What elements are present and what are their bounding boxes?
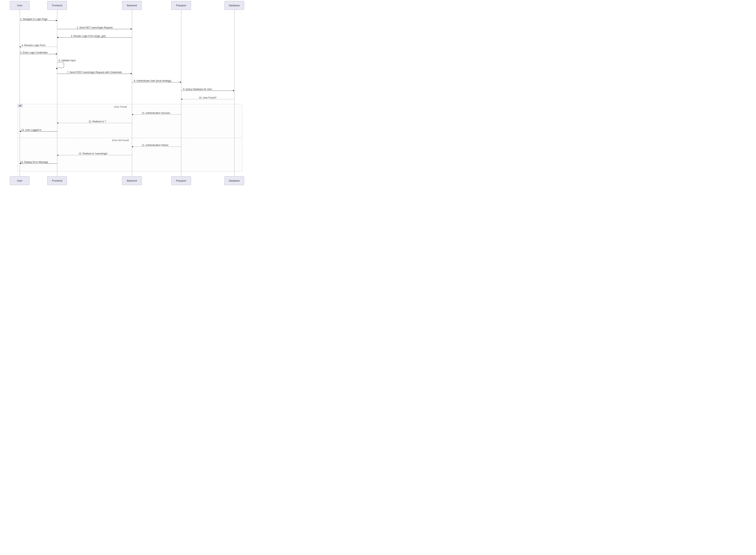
label-m11b: 11. Authentication Failure	[142, 144, 168, 146]
self-arrowhead-m6	[56, 68, 57, 69]
alt-label: alt	[18, 104, 23, 107]
alt-divider	[18, 138, 242, 138]
arrow-m8	[132, 82, 181, 82]
actor-user-top: User	[10, 1, 30, 10]
self-arrow-m6	[57, 62, 64, 68]
actor-frontend-bottom: Frontend	[47, 176, 67, 185]
label-m5: 5. Enter Login Credentials	[20, 51, 48, 54]
arrow-m11b	[132, 146, 181, 147]
actor-backend-bottom: Backend	[122, 176, 142, 185]
condition-user-found: [User Found]	[114, 105, 127, 108]
actor-user-bottom: User	[10, 176, 30, 185]
label-m2: 2. Send GET /users/login Request	[77, 26, 113, 29]
label-m7: 7. Send POST /users/login Request with C…	[67, 71, 122, 74]
label-m10: 10. User Found?	[199, 96, 216, 99]
alt-box	[18, 104, 242, 171]
arrow-m1	[20, 20, 57, 21]
arrow-m13a	[20, 131, 57, 132]
arrow-m12b	[57, 155, 132, 155]
label-m8: 8. Authenticate User (local strategy)	[134, 79, 171, 82]
label-m9: 9. Query Database for User	[183, 88, 212, 91]
label-m12b: 12. Redirect to '/users/login'	[79, 152, 108, 155]
actor-frontend-top: Frontend	[47, 1, 67, 10]
label-m6: 6. Validate Input	[59, 59, 76, 62]
actor-backend-top: Backend	[122, 1, 142, 10]
arrow-m3	[57, 37, 132, 38]
actor-database-top: Database	[224, 1, 244, 10]
label-m1: 1. Navigate to Login Page	[20, 18, 47, 20]
label-m11a: 11. Authentication Success	[142, 112, 170, 115]
label-m13a: 13. User Logged In	[21, 129, 41, 131]
condition-user-not-found: [User Not Found]	[112, 139, 129, 141]
label-m4: 4. Receive Login Form	[21, 44, 45, 47]
label-m13b: 13. Display Error Message	[20, 161, 48, 164]
actor-passport-bottom: Passport	[171, 176, 191, 185]
arrow-m7	[57, 74, 132, 74]
actor-passport-top: Passport	[171, 1, 191, 10]
arrow-m2	[57, 29, 132, 29]
label-m3: 3. Render Login Form (login_get)	[71, 35, 106, 37]
actor-database-bottom: Database	[224, 176, 244, 185]
label-m12a: 12. Redirect to '/'	[89, 120, 106, 123]
arrow-m4	[20, 47, 57, 47]
sequence-diagram: User Frontend Backend Passport Database …	[0, 0, 252, 185]
